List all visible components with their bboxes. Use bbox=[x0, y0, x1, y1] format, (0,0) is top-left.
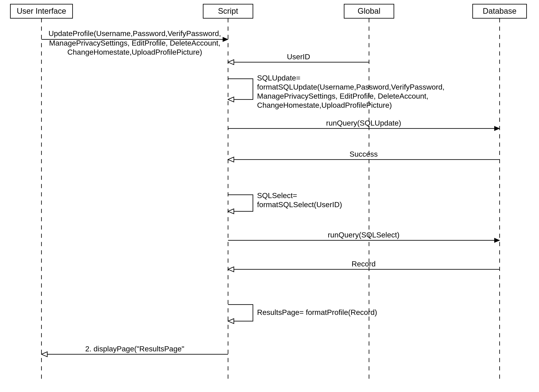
lifeline-label: Global bbox=[358, 7, 380, 15]
msg-run-query-update: runQuery(SQLUpdate) bbox=[228, 119, 500, 128]
svg-text:2. displayPage("ResultsPage": 2. displayPage("ResultsPage" bbox=[85, 345, 184, 353]
lifeline-script: Script bbox=[203, 4, 253, 381]
svg-text:UserID: UserID bbox=[287, 52, 310, 61]
lifeline-user-interface: User Interface bbox=[10, 4, 72, 381]
msg-update-profile: UpdateProfile(Username,Password,VerifyPa… bbox=[41, 29, 228, 56]
msg-format-sql-update: SQLUpdate= formatSQLUpdate(Username,Pass… bbox=[228, 74, 445, 109]
msg-format-sql-select: SQLSelect= formatSQLSelect(UserID) bbox=[228, 191, 342, 211]
svg-text:runQuery(SQLUpdate): runQuery(SQLUpdate) bbox=[326, 119, 401, 127]
svg-text:runQuery(SQLSelect): runQuery(SQLSelect) bbox=[328, 231, 399, 239]
sequence-diagram: User Interface Script Global Database Up… bbox=[0, 0, 539, 392]
lifeline-global: Global bbox=[344, 4, 394, 381]
svg-text:ManagePrivacySettings, EditPro: ManagePrivacySettings, EditProfile, Dele… bbox=[257, 92, 428, 100]
lifeline-label: Database bbox=[483, 7, 516, 15]
svg-text:UpdateProfile(Username,Passwor: UpdateProfile(Username,Password,VerifyPa… bbox=[48, 29, 221, 38]
svg-text:ResultsPage= formatProfile(Rec: ResultsPage= formatProfile(Record) bbox=[257, 308, 377, 316]
msg-record: Record bbox=[228, 260, 500, 269]
svg-text:formatSQLUpdate(Username,Passw: formatSQLUpdate(Username,Password,Verify… bbox=[257, 83, 445, 91]
svg-text:formatSQLSelect(UserID): formatSQLSelect(UserID) bbox=[257, 200, 342, 209]
lifeline-database: Database bbox=[473, 4, 527, 381]
svg-text:ChangeHomestate,UploadProfileP: ChangeHomestate,UploadProfilePicture) bbox=[257, 101, 392, 109]
svg-text:SQLSelect=: SQLSelect= bbox=[257, 191, 297, 200]
svg-text:ChangeHomestate,UploadProfileP: ChangeHomestate,UploadProfilePicture) bbox=[67, 48, 202, 56]
lifeline-label: Script bbox=[218, 7, 238, 15]
msg-display-page: 2. displayPage("ResultsPage" bbox=[41, 345, 228, 354]
lifeline-label: User Interface bbox=[17, 7, 66, 15]
msg-success: Success bbox=[228, 150, 500, 160]
msg-run-query-select: runQuery(SQLSelect) bbox=[228, 231, 500, 240]
svg-text:Success: Success bbox=[350, 150, 378, 158]
svg-text:SQLUpdate=: SQLUpdate= bbox=[257, 74, 300, 82]
msg-format-profile: ResultsPage= formatProfile(Record) bbox=[228, 305, 377, 321]
svg-text:Record: Record bbox=[352, 260, 376, 268]
svg-text:ManagePrivacySettings, EditPro: ManagePrivacySettings, EditProfile, Dele… bbox=[49, 39, 220, 47]
msg-user-id: UserID bbox=[228, 52, 369, 62]
